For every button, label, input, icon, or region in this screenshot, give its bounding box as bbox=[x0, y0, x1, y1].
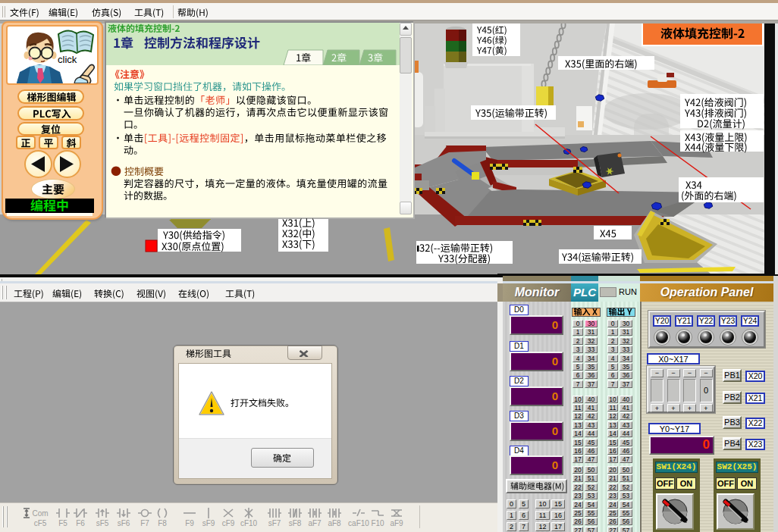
svg-text:caF10: caF10 bbox=[348, 519, 369, 527]
svg-text:cF9: cF9 bbox=[222, 519, 235, 527]
svg-text:sF9: sF9 bbox=[202, 519, 215, 527]
svg-text:Com: Com bbox=[32, 509, 48, 518]
svg-text:aF8: aF8 bbox=[328, 519, 341, 527]
svg-text:F7: F7 bbox=[140, 519, 149, 527]
svg-text:aF9: aF9 bbox=[390, 519, 403, 527]
svg-text:aF7: aF7 bbox=[308, 519, 322, 527]
svg-text:cF10: cF10 bbox=[240, 519, 258, 527]
svg-text:sF5: sF5 bbox=[96, 519, 109, 527]
svg-text:F8: F8 bbox=[158, 519, 167, 527]
svg-text:F9: F9 bbox=[185, 519, 194, 527]
svg-text:F6: F6 bbox=[76, 519, 85, 527]
svg-text:F5: F5 bbox=[58, 519, 67, 527]
svg-text:F10: F10 bbox=[371, 519, 384, 527]
svg-text:cF5: cF5 bbox=[34, 519, 47, 527]
svg-text:sF8: sF8 bbox=[289, 519, 302, 527]
svg-text:sF6: sF6 bbox=[118, 519, 130, 527]
svg-text:sF7: sF7 bbox=[268, 519, 281, 527]
